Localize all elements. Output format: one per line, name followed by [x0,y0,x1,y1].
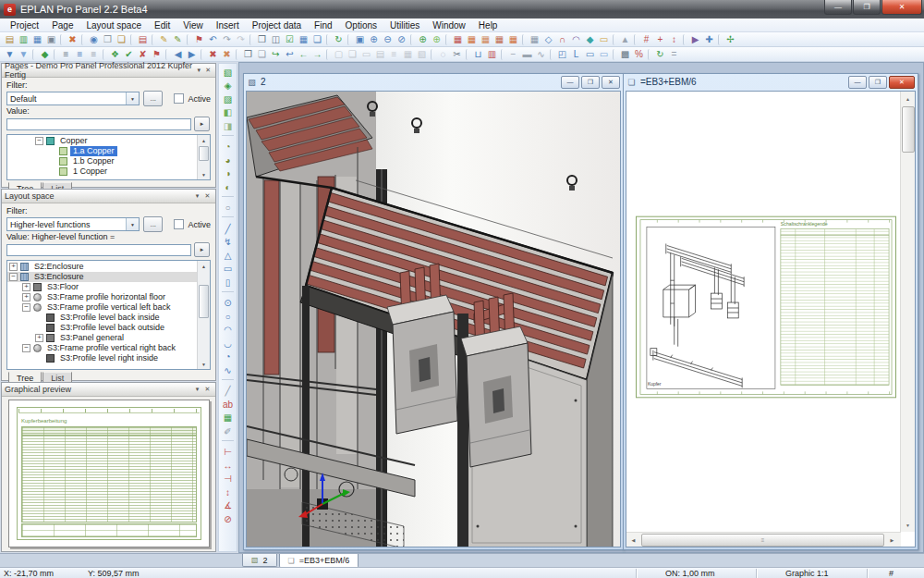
paste-icon[interactable]: ❏ [115,33,128,46]
apply-check-icon[interactable]: ✔ [122,48,136,61]
profile-rect-2-icon[interactable]: ▭ [597,48,611,61]
snap-grid-icon[interactable]: ▦ [528,33,541,46]
scroll-down-icon[interactable]: ▼ [198,169,210,179]
menu-insert[interactable]: Insert [210,18,246,32]
panel-close-icon[interactable]: ✕ [203,66,213,76]
panel-close-icon[interactable]: ✕ [202,191,213,202]
new-page-icon[interactable]: ❏ [255,48,269,61]
place-2-icon[interactable]: ❏ [346,48,359,61]
maximize-button[interactable]: ❐ [853,0,881,15]
zoom-in-icon[interactable]: ⊕ [367,33,381,46]
tree-item-s2-enclosure[interactable]: + S2:Enclosure [7,262,198,272]
panel-close-icon[interactable]: ✕ [202,385,213,395]
tree-expander-icon[interactable]: + [9,263,18,271]
minimize-button[interactable]: — [824,0,852,15]
refresh-icon[interactable]: ↻ [332,33,346,46]
dim-radius-icon[interactable]: ⊘ [220,512,236,526]
pages-filter-browse-button[interactable]: ... [143,91,163,106]
project-delete-icon[interactable]: ✖ [66,33,79,46]
model-viewport[interactable] [246,91,621,547]
draw-polygon-icon[interactable]: △ [220,249,236,263]
menu-help[interactable]: Help [472,18,505,32]
place-4-icon[interactable]: ▤ [373,48,387,61]
snap-object-icon[interactable]: ◇ [541,33,555,46]
placement-a-icon[interactable]: ◔ [220,141,236,154]
navigate-icon[interactable]: ✢ [723,33,737,46]
tree-item-s3-frame-horizontal-floor[interactable]: + S3:Frame profile horizontal floor [7,292,198,302]
preview-document[interactable]: Kupferbearbeitung [8,400,210,547]
tree-item-copper[interactable]: − Copper [7,136,198,146]
scrollbar-thumb[interactable]: ≡ [641,534,884,547]
zoom-all-icon[interactable]: ⊘ [395,33,408,46]
find-icon[interactable]: ◉ [87,33,101,46]
undo-icon[interactable]: ↶ [206,33,220,46]
equalize-icon[interactable]: = [667,48,681,61]
parts-list-icon[interactable]: ▥ [485,48,499,61]
circle-aux-icon[interactable]: ○ [220,202,236,215]
snap-mid-icon[interactable]: ◠ [569,33,583,46]
child-restore-button[interactable]: ❐ [869,76,887,89]
next-icon[interactable]: ▶ [185,48,199,61]
new-window-icon[interactable]: ❐ [241,48,255,61]
draw-circle-icon[interactable]: ⊙ [220,297,236,311]
base-point-icon[interactable]: + [653,33,667,46]
tree-expander-icon[interactable]: − [22,344,30,352]
scrollbar-thumb[interactable] [199,285,209,318]
sort-3-icon[interactable]: ≡ [87,48,101,61]
tree-item-s3-panel-general[interactable]: + S3:Panel general [7,333,198,343]
dim-linear-icon[interactable]: ⊢ [220,446,236,460]
place-5-icon[interactable]: ≡ [387,48,401,61]
nav-left-icon[interactable]: ← [297,48,310,61]
percent-icon[interactable]: % [632,48,646,61]
line-fill-icon[interactable]: ▬ [520,48,534,61]
scroll-down-icon[interactable]: ▼ [198,359,210,369]
image-tool-icon[interactable]: ▦ [220,412,236,425]
edit-pencil-icon[interactable]: ✎ [157,33,171,46]
grid-1-icon[interactable]: ▦ [451,33,465,46]
chevron-down-icon[interactable]: ▼ [126,92,139,105]
schematic-horizontal-scrollbar[interactable]: ◀ ≡ ▶ [626,532,901,547]
layout-tree-scrollbar[interactable]: ▲ ▼ [197,261,210,369]
insert-point-2-icon[interactable]: ⊕ [430,33,444,46]
scrollbar-thumb[interactable] [902,106,915,153]
project-open-icon[interactable]: ▥ [17,33,30,46]
tree-expander-icon[interactable]: + [35,334,43,342]
menu-options[interactable]: Options [339,18,383,32]
table-view-icon[interactable]: ▦ [297,33,310,46]
surface-icon[interactable]: ▲ [618,33,632,46]
pages-tree-scrollbar[interactable]: ▲ ▼ [197,135,210,179]
pages-active-checkbox[interactable] [174,93,184,104]
menu-project[interactable]: Project [4,18,45,32]
placement-d-icon[interactable]: ◐ [220,180,236,194]
edit-pencil-2-icon[interactable]: ✎ [171,33,185,46]
profile-l-icon[interactable]: L [569,48,583,61]
layout-panel-titlebar[interactable]: Layout space ▾ ✕ [2,190,215,203]
grid-3-icon[interactable]: ▦ [479,33,492,46]
project-management-icon[interactable]: ▣ [44,33,58,46]
dim-baseline-icon[interactable]: ⊣ [220,473,236,486]
grid-5-icon[interactable]: ▦ [506,33,520,46]
tab-schematic-eb3[interactable]: ❏ =EB3+EBM/6 [279,554,359,568]
pages-filter-combo[interactable]: Default ▼ [6,92,140,105]
draw-arc-2-icon[interactable]: ◡ [220,337,236,350]
tree-item-s3-enclosure[interactable]: − S3:Enclosure [7,272,198,282]
filter-icon[interactable]: ▼ [3,48,17,61]
snap-arc-icon[interactable]: ∩ [555,33,569,46]
redo-list-icon[interactable]: ↷ [234,33,248,46]
schematic-sheet[interactable]: Kupfer Schaltschranklegende [636,215,896,399]
layout-space-copy-icon[interactable]: ◧ [220,106,236,120]
layout-apply-filter-button[interactable]: ▸ [194,242,210,257]
frame-tool-icon[interactable]: ◰ [555,48,569,61]
tree-item-1a-copper[interactable]: 1.a Copper [7,146,198,156]
menu-view[interactable]: View [176,18,210,32]
construction-line-icon[interactable]: ╱ [220,385,236,399]
layout-filter-combo[interactable]: Higher-level functions ▼ [6,217,140,231]
move-handle-icon[interactable]: ✚ [702,33,716,46]
dim-continued-icon[interactable]: ↔ [220,459,236,473]
zoom-window-icon[interactable]: ▣ [353,33,367,46]
tree-item-1-copper[interactable]: 1 Copper [7,166,198,177]
layout-value-input[interactable] [6,244,191,256]
zoom-out-icon[interactable]: ⊖ [381,33,395,46]
close-button[interactable]: ✕ [881,0,922,15]
parts-cart-icon[interactable]: ⊔ [471,48,485,61]
